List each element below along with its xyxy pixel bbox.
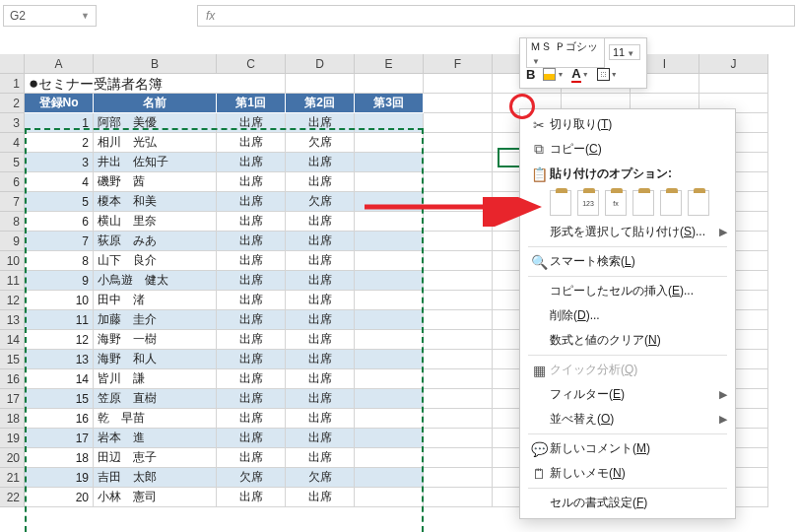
- row-header[interactable]: 11: [0, 271, 25, 291]
- table-cell[interactable]: 出席: [286, 488, 355, 507]
- table-cell[interactable]: 欠席: [286, 192, 355, 212]
- menu-cell-format[interactable]: セルの書式設定(F): [520, 491, 735, 515]
- table-cell[interactable]: 横山 里奈: [94, 212, 217, 232]
- table-cell[interactable]: 出席: [217, 192, 286, 212]
- table-cell[interactable]: 相川 光弘: [94, 133, 217, 153]
- table-header[interactable]: 名前: [94, 94, 217, 113]
- table-cell[interactable]: [355, 291, 424, 310]
- table-cell[interactable]: [355, 113, 424, 133]
- cell[interactable]: [424, 409, 493, 429]
- table-cell[interactable]: 山下 良介: [94, 251, 217, 271]
- menu-sort[interactable]: 並べ替え(O) ▶: [520, 407, 735, 432]
- paste-formatting-button[interactable]: [660, 190, 682, 216]
- table-cell[interactable]: 15: [25, 389, 94, 409]
- table-cell[interactable]: 出席: [217, 113, 286, 133]
- col-header[interactable]: F: [424, 54, 493, 74]
- table-cell[interactable]: 出席: [286, 409, 355, 429]
- table-cell[interactable]: [355, 389, 424, 409]
- table-cell[interactable]: 出席: [217, 172, 286, 192]
- table-cell[interactable]: 田辺 恵子: [94, 448, 217, 468]
- table-cell[interactable]: 出席: [286, 113, 355, 133]
- paste-values-button[interactable]: 123: [577, 190, 599, 216]
- table-cell[interactable]: 小鳥遊 健太: [94, 271, 217, 291]
- table-cell[interactable]: 出席: [286, 212, 355, 232]
- cell[interactable]: [424, 172, 493, 192]
- table-cell[interactable]: 出席: [286, 291, 355, 310]
- menu-paste-special[interactable]: 形式を選択して貼り付け(S)... ▶: [520, 220, 735, 244]
- paste-formulas-button[interactable]: fx: [605, 190, 627, 216]
- menu-new-comment[interactable]: 💬 新しいコメント(M): [520, 436, 735, 461]
- table-cell[interactable]: 阿部 美優: [94, 113, 217, 133]
- menu-cut[interactable]: ✂ 切り取り(T): [520, 112, 735, 137]
- table-cell[interactable]: 18: [25, 448, 94, 468]
- cell[interactable]: [424, 330, 493, 350]
- cell[interactable]: [699, 74, 768, 94]
- row-header[interactable]: 22: [0, 488, 25, 507]
- font-color-button[interactable]: A▼: [571, 66, 588, 83]
- table-cell[interactable]: 岩本 進: [94, 429, 217, 448]
- table-header[interactable]: 第2回: [286, 94, 355, 113]
- col-header[interactable]: J: [699, 54, 768, 74]
- row-header[interactable]: 19: [0, 429, 25, 448]
- row-header[interactable]: 5: [0, 153, 25, 172]
- cell[interactable]: [424, 429, 493, 448]
- table-cell[interactable]: 吉田 太郎: [94, 468, 217, 488]
- table-cell[interactable]: 出席: [217, 212, 286, 232]
- col-header[interactable]: E: [355, 54, 424, 74]
- menu-clear-contents[interactable]: 数式と値のクリア(N): [520, 328, 735, 353]
- table-cell[interactable]: [355, 192, 424, 212]
- cell[interactable]: [424, 291, 493, 310]
- cell[interactable]: [424, 488, 493, 507]
- table-cell[interactable]: 出席: [286, 448, 355, 468]
- table-cell[interactable]: [355, 232, 424, 251]
- bold-button[interactable]: B: [526, 67, 535, 82]
- table-cell[interactable]: 8: [25, 251, 94, 271]
- table-cell[interactable]: [355, 488, 424, 507]
- table-cell[interactable]: 皆川 謙: [94, 369, 217, 389]
- font-size-selector[interactable]: 11▼: [609, 44, 640, 60]
- cell[interactable]: [424, 350, 493, 369]
- menu-filter[interactable]: フィルター(E) ▶: [520, 382, 735, 407]
- table-cell[interactable]: 11: [25, 310, 94, 330]
- table-cell[interactable]: 小林 憲司: [94, 488, 217, 507]
- table-cell[interactable]: 19: [25, 468, 94, 488]
- table-cell[interactable]: 欠席: [217, 468, 286, 488]
- row-header[interactable]: 15: [0, 350, 25, 369]
- table-cell[interactable]: 笠原 直樹: [94, 389, 217, 409]
- name-box[interactable]: G2 ▼: [3, 5, 97, 27]
- table-cell[interactable]: 出席: [286, 330, 355, 350]
- table-cell[interactable]: 10: [25, 291, 94, 310]
- formula-bar[interactable]: fx: [197, 5, 795, 27]
- cell[interactable]: [424, 468, 493, 488]
- table-cell[interactable]: [355, 448, 424, 468]
- row-header[interactable]: 14: [0, 330, 25, 350]
- row-header[interactable]: 9: [0, 232, 25, 251]
- table-cell[interactable]: [355, 369, 424, 389]
- table-cell[interactable]: 14: [25, 369, 94, 389]
- table-cell[interactable]: 田中 渚: [94, 291, 217, 310]
- table-cell[interactable]: 出席: [217, 133, 286, 153]
- fill-color-button[interactable]: ▼: [543, 68, 564, 81]
- table-cell[interactable]: [355, 172, 424, 192]
- table-cell[interactable]: 出席: [286, 429, 355, 448]
- table-cell[interactable]: 出席: [217, 330, 286, 350]
- table-cell[interactable]: 出席: [286, 369, 355, 389]
- table-cell[interactable]: [355, 468, 424, 488]
- row-header[interactable]: 21: [0, 468, 25, 488]
- table-cell[interactable]: 井出 佐知子: [94, 153, 217, 172]
- col-header[interactable]: C: [217, 54, 286, 74]
- table-cell[interactable]: 出席: [286, 153, 355, 172]
- table-cell[interactable]: 欠席: [286, 468, 355, 488]
- row-header[interactable]: 12: [0, 291, 25, 310]
- row-header[interactable]: 3: [0, 113, 25, 133]
- cell[interactable]: [424, 389, 493, 409]
- row-header[interactable]: 10: [0, 251, 25, 271]
- row-header[interactable]: 8: [0, 212, 25, 232]
- table-cell[interactable]: 2: [25, 133, 94, 153]
- table-cell[interactable]: 出席: [286, 350, 355, 369]
- table-cell[interactable]: 磯野 茜: [94, 172, 217, 192]
- cell[interactable]: [424, 94, 493, 113]
- table-cell[interactable]: 16: [25, 409, 94, 429]
- borders-button[interactable]: ▼: [597, 68, 618, 81]
- table-cell[interactable]: 出席: [286, 389, 355, 409]
